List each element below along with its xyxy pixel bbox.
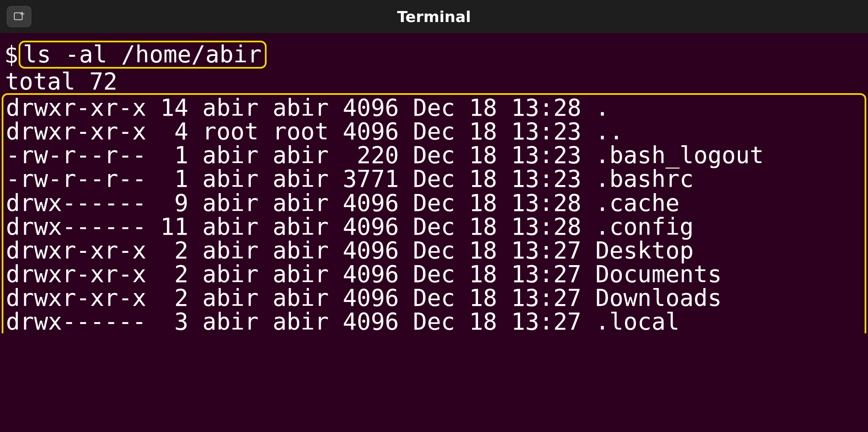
listing-highlight: drwxr-xr-x 14 abir abir 4096 Dec 18 13:2… <box>2 93 866 333</box>
command-text: ls -al /home/abir <box>23 41 262 68</box>
new-tab-button[interactable] <box>7 6 31 27</box>
listing-row: drwxr-xr-x 14 abir abir 4096 Dec 18 13:2… <box>6 96 862 119</box>
listing-row: drwxr-xr-x 4 root root 4096 Dec 18 13:23… <box>6 119 862 143</box>
listing-row: -rw-r--r-- 1 abir abir 3771 Dec 18 13:23… <box>6 167 862 191</box>
title-bar: Terminal <box>0 0 868 33</box>
prompt-symbol: $ <box>4 43 19 66</box>
new-tab-icon <box>13 10 25 23</box>
listing-row: drwxr-xr-x 2 abir abir 4096 Dec 18 13:27… <box>6 286 862 310</box>
listing-row: drwxr-xr-x 2 abir abir 4096 Dec 18 13:27… <box>6 262 862 286</box>
command-highlight: ls -al /home/abir <box>19 41 267 69</box>
listing-row: drwxr-xr-x 2 abir abir 4096 Dec 18 13:27… <box>6 238 862 262</box>
listing-row: drwx------ 3 abir abir 4096 Dec 18 13:27… <box>6 310 862 333</box>
prompt-line: $ ls -al /home/abir <box>4 41 864 69</box>
listing-row: -rw-r--r-- 1 abir abir 220 Dec 18 13:23 … <box>6 143 862 167</box>
window-title: Terminal <box>397 8 471 25</box>
total-line: total 72 <box>4 69 864 93</box>
terminal-output[interactable]: $ ls -al /home/abir total 72 drwxr-xr-x … <box>0 33 868 333</box>
listing-row: drwx------ 11 abir abir 4096 Dec 18 13:2… <box>6 215 862 238</box>
listing-row: drwx------ 9 abir abir 4096 Dec 18 13:28… <box>6 191 862 215</box>
